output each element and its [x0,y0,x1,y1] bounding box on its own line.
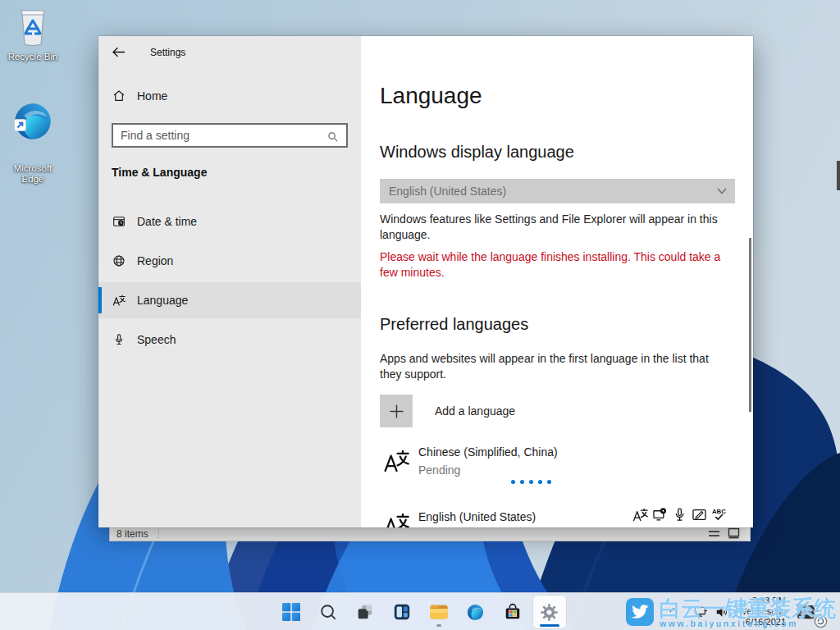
sync-badge-icon [813,614,829,629]
settings-button[interactable] [533,596,566,628]
settings-search-box[interactable] [112,123,348,148]
handwriting-icon [692,507,707,523]
hidden-icons-chevron-icon[interactable] [668,605,679,616]
clock-date: 6/16/2021 [738,617,786,628]
language-name: Chinese (Simplified, China) [418,445,558,459]
shortcut-arrow-icon [14,119,26,131]
edge-icon [466,603,485,622]
desktop-icon-label: Microsoft Edge [3,163,62,185]
start-button[interactable] [275,596,308,628]
translate-icon [112,294,126,307]
content-scrollbar[interactable] [749,238,751,412]
microphone-icon [112,333,126,346]
settings-window: Settings Home Time & Language [98,36,753,527]
search-icon [319,603,337,621]
active-app-indicator [540,624,559,627]
thumbnail-view-icon[interactable] [728,527,740,539]
display-language-description: Windows features like Settings and File … [380,212,741,243]
language-status: Pending [418,463,460,477]
status-bar-divider [158,527,159,539]
taskbar-clock[interactable]: 5:53 PM Wednesday 6/16/2021 [738,596,786,628]
add-language-button[interactable]: Add a language [380,395,593,427]
preferred-languages-heading: Preferred languages [380,315,528,334]
progress-dots [511,480,556,484]
translate-icon [383,510,409,527]
app-language-icon [652,507,668,523]
explorer-items-count: 8 items [116,528,148,540]
open-app-indicator [436,624,441,627]
gear-icon [540,603,559,622]
selected-item-accent-bar [98,287,102,313]
sidebar-item-label: Speech [137,333,176,346]
globe-icon [112,254,126,267]
page-title: Language [380,83,482,109]
sidebar-item-label: Region [137,254,173,267]
sidebar-item-date-time[interactable]: Date & time [98,203,361,240]
desktop-icon-label: Recycle Bin [3,52,62,62]
display-language-dropdown[interactable]: English (United States) [380,179,735,203]
taskbar: 5:53 PM Wednesday 6/16/2021 [0,592,840,630]
window-title: Settings [150,47,185,58]
clock-time: 5:53 PM [738,596,786,606]
svg-text:ABC: ABC [712,508,726,515]
desktop-icon-microsoft-edge[interactable]: Microsoft Edge [3,85,62,199]
details-view-icon[interactable] [708,528,720,539]
edge-button[interactable] [459,596,492,628]
plus-icon [390,404,404,418]
sidebar-section-title: Time & Language [112,166,207,179]
store-button[interactable] [496,596,529,628]
clock-weekday: Wednesday [738,606,786,617]
preferred-languages-description: Apps and websites will appear in the fir… [380,351,741,382]
task-view-button[interactable] [349,596,381,628]
store-icon [504,603,522,621]
windows-start-icon [282,603,300,621]
display-language-icon [632,507,648,523]
volume-icon[interactable] [714,605,730,619]
search-input[interactable] [113,125,326,146]
speech-icon [672,507,687,523]
search-icon[interactable] [326,130,339,143]
search-button[interactable] [312,596,345,628]
desktop-icon-recycle-bin[interactable]: Recycle Bin [3,8,62,62]
sidebar-item-language[interactable]: Language [98,282,361,318]
file-explorer-button[interactable] [422,596,455,628]
language-row-english[interactable]: English (United States) ABC [380,507,735,527]
add-language-label: Add a language [435,404,515,418]
explorer-status-bar: 8 items [109,525,751,541]
sidebar-item-speech[interactable]: Speech [98,322,361,358]
sidebar-item-label: Date & time [137,215,197,228]
screen-edge-scrollbar-artifact [837,161,840,190]
task-view-icon [356,603,374,621]
translate-icon [383,447,409,475]
language-feature-icons: ABC [632,507,728,523]
chevron-down-icon [717,188,727,194]
sidebar-item-region[interactable]: Region [98,243,361,279]
add-tile [380,395,413,427]
display-language-heading: Windows display language [380,143,574,162]
calendar-clock-icon [112,215,126,228]
language-name: English (United States) [418,510,536,523]
file-explorer-icon [429,603,449,621]
back-icon[interactable] [112,46,126,58]
settings-sidebar: Settings Home Time & Language [98,36,361,527]
widgets-button[interactable] [386,596,418,628]
sidebar-item-home[interactable]: Home [98,84,361,108]
widgets-icon [393,603,411,621]
network-icon[interactable] [693,605,709,619]
sidebar-item-label: Home [137,89,167,103]
recycle-bin-icon [16,8,50,46]
dropdown-value: English (United States) [389,185,717,198]
sidebar-item-label: Language [137,294,188,307]
installing-warning-text: Please wait while the language finishes … [380,249,741,281]
settings-content: Language Windows display language Englis… [361,36,753,527]
home-icon [112,89,126,103]
language-row-chinese[interactable]: Chinese (Simplified, China) Pending [380,445,735,481]
spellcheck-icon: ABC [711,507,728,523]
